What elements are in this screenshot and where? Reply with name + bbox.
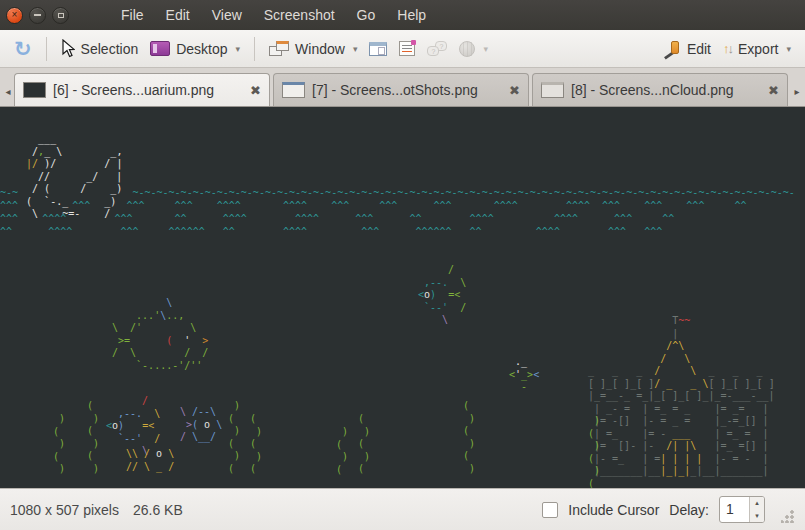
toolbar-separator: [46, 37, 47, 61]
statusbar: 1080 x 507 pixels 26.6 KB Include Cursor…: [0, 488, 805, 530]
chevron-down-icon: ▾: [353, 44, 358, 54]
fish-tiny: ._ <'_>< -: [503, 356, 539, 394]
minimize-icon: [34, 14, 41, 16]
tab-aquarium[interactable]: [6] - Screens...uarium.png ✖: [14, 73, 270, 106]
tab-close-icon[interactable]: ✖: [509, 83, 520, 98]
window-section-icon: [369, 42, 387, 56]
include-cursor-label: Include Cursor: [568, 502, 659, 518]
menu-edit[interactable]: Edit: [166, 7, 190, 23]
desktop-icon: [150, 41, 170, 56]
app-window: × File Edit View Screenshot Go Help ↻ Se…: [0, 0, 805, 530]
tab-scroll-right[interactable]: ▸: [791, 86, 803, 106]
window-capture-button[interactable]: Window ▾: [263, 38, 363, 60]
export-label: Export: [738, 41, 778, 57]
castle: T~~ | /^\ / \_ _ _ / \ _ _ _[ ]_[ ]_[ ]/…: [588, 315, 775, 478]
window-section-capture-button[interactable]: [363, 39, 393, 59]
window-label: Window: [295, 41, 345, 57]
edit-label: Edit: [687, 41, 711, 57]
tab-label: [7] - Screens...otShots.png: [312, 82, 478, 98]
screenshot-image: ~-~ ~-~-~-~-~-~-~-~-~-~-~-~-~-~-~-~-~-~-…: [0, 107, 805, 488]
spin-up-icon[interactable]: ▴: [750, 497, 764, 510]
toolbar-separator: [254, 37, 255, 61]
menu-view[interactable]: View: [212, 7, 242, 23]
menu-capture-icon: [399, 41, 415, 56]
maximize-icon: [58, 13, 64, 18]
globe-icon: [459, 41, 475, 57]
image-dimensions: 1080 x 507 pixels: [10, 502, 119, 518]
seaweed: )( )( )(: [588, 415, 600, 488]
paintbrush-icon: [663, 40, 681, 58]
menu-capture-button[interactable]: [393, 38, 421, 59]
chevron-down-icon: ▾: [786, 44, 791, 54]
tabbar: ◂ [6] - Screens...uarium.png ✖ [7] - Scr…: [0, 68, 805, 107]
tooltip-capture-button[interactable]: ? ?: [421, 38, 453, 59]
tab-close-icon[interactable]: ✖: [250, 83, 261, 98]
swan: ___ /,_ \ _, |/ )/ / | // _/ | / ( / _) …: [8, 133, 122, 221]
minimize-window-button[interactable]: [29, 7, 46, 24]
chevron-down-icon: ▾: [236, 44, 241, 54]
water-waves-row3: ^^ ^^^^ ^^^ ^^^^^^ ^^ ^^^^ ^^^ ^^^^^^ ^^…: [0, 226, 662, 239]
seaweed: ( )( )(: [250, 413, 262, 476]
tooltip-capture-icon: ? ?: [427, 41, 447, 56]
titlebar: × File Edit View Screenshot Go Help: [0, 0, 805, 30]
close-icon: ×: [12, 10, 18, 20]
menu-help[interactable]: Help: [397, 7, 426, 23]
delay-label: Delay:: [669, 502, 709, 518]
tab-thumbnail: [541, 82, 564, 98]
window-controls: ×: [6, 7, 69, 24]
menubar: File Edit View Screenshot Go Help: [121, 7, 426, 23]
export-button[interactable]: ↑↓ Export ▾: [717, 38, 797, 60]
fish-large-green: \ ...'\..,\ /' \ >= ( ' >/ \ / / `-....-…: [112, 297, 208, 372]
resize-grip[interactable]: [781, 509, 795, 523]
selection-capture-button[interactable]: Selection: [55, 36, 145, 61]
seaweed: ( )( )(: [358, 413, 370, 476]
tab-thumbnail: [23, 82, 46, 98]
tab-screenshots[interactable]: [7] - Screens...otShots.png ✖: [273, 73, 529, 106]
maximize-window-button[interactable]: [52, 7, 69, 24]
delay-spinbox[interactable]: 1 ▴ ▾: [719, 496, 765, 523]
fish-blue-right: \ /--\ >( o \/ \__/: [180, 406, 222, 444]
tab-scroll-left[interactable]: ◂: [2, 86, 14, 106]
menu-file[interactable]: File: [121, 7, 144, 23]
tab-thumbnail: [282, 82, 305, 98]
seaweed: ( )( )( ): [87, 400, 99, 475]
tab-label: [6] - Screens...uarium.png: [53, 82, 214, 98]
menu-screenshot[interactable]: Screenshot: [264, 7, 335, 23]
reload-button[interactable]: ↻: [8, 35, 38, 62]
seaweed: )( )( ): [53, 413, 65, 476]
delay-steppers: ▴ ▾: [749, 497, 764, 522]
cursor-icon: [61, 39, 75, 58]
tab-close-icon[interactable]: ✖: [768, 83, 779, 98]
close-window-button[interactable]: ×: [6, 7, 23, 24]
speech-bubble-icon: ?: [427, 46, 439, 56]
tab-owncloud[interactable]: [8] - Screens...nCloud.png ✖: [532, 73, 788, 106]
selection-label: Selection: [81, 41, 139, 57]
chevron-down-icon: ▾: [483, 44, 488, 54]
edit-button[interactable]: Edit: [657, 37, 717, 61]
image-filesize: 26.6 KB: [133, 502, 183, 518]
window-capture-icon: [269, 41, 289, 56]
menu-go[interactable]: Go: [357, 7, 376, 23]
desktop-capture-button[interactable]: Desktop ▾: [144, 38, 246, 60]
spin-down-icon[interactable]: ▾: [750, 510, 764, 523]
reload-icon: ↻: [14, 38, 32, 59]
export-icon: ↑↓: [723, 41, 732, 56]
tab-label: [8] - Screens...nCloud.png: [571, 82, 734, 98]
include-cursor-checkbox[interactable]: [542, 502, 558, 518]
delay-value[interactable]: 1: [720, 497, 749, 522]
fish-teal: / ,--. \<o) =< `--' / \: [418, 264, 466, 327]
seaweed: ( )( )( ): [463, 400, 475, 475]
web-capture-button[interactable]: ▾: [453, 38, 494, 60]
toolbar: ↻ Selection Desktop ▾ Window ▾ ? ?: [0, 30, 805, 68]
seaweed: )( )(: [336, 426, 348, 476]
desktop-label: Desktop: [176, 41, 227, 57]
seaweed: )( )( )(: [228, 400, 240, 475]
fish-yellow: \\ / o \// \ _ /: [126, 448, 174, 473]
